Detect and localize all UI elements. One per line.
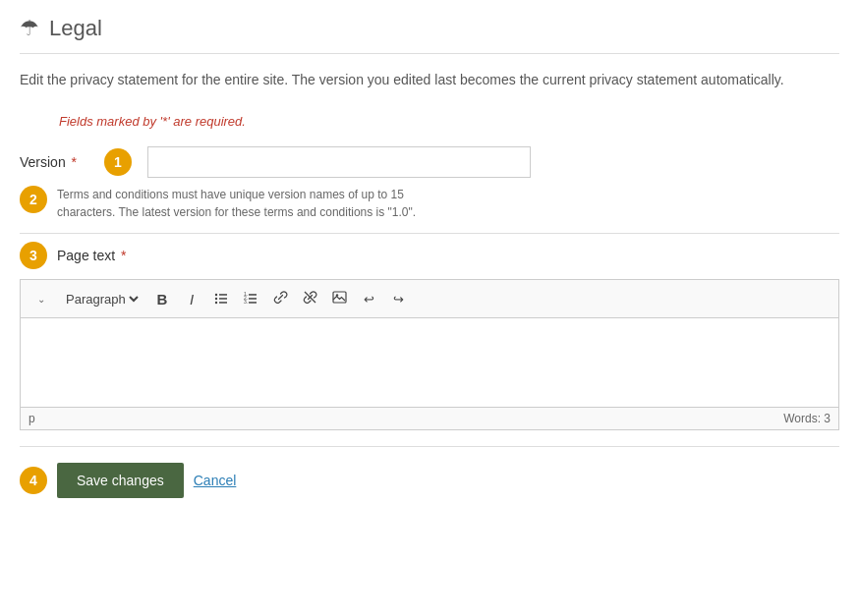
unordered-list-button[interactable] — [208, 286, 234, 311]
svg-point-4 — [215, 301, 217, 303]
svg-rect-3 — [219, 298, 227, 300]
italic-icon: I — [190, 291, 194, 308]
svg-rect-9 — [249, 298, 257, 300]
cancel-button[interactable]: Cancel — [194, 473, 237, 488]
editor-statusbar: p Words: 3 — [21, 407, 838, 429]
undo-button[interactable]: ↩ — [356, 286, 381, 311]
bold-icon: B — [157, 291, 168, 308]
unordered-list-icon — [214, 291, 228, 308]
link-icon — [273, 290, 288, 308]
word-count: Words: 3 — [783, 412, 830, 425]
page-text-label: Page text * — [57, 248, 127, 263]
image-icon — [332, 290, 347, 308]
svg-rect-5 — [219, 302, 227, 304]
footer-row: 4 Save changes Cancel — [20, 463, 839, 498]
svg-rect-1 — [219, 294, 227, 296]
svg-point-2 — [215, 297, 217, 299]
redo-button[interactable]: ↪ — [385, 286, 411, 311]
version-input[interactable] — [147, 146, 531, 178]
unlink-icon — [303, 290, 317, 308]
version-help-text: Terms and conditions must have unique ve… — [57, 186, 430, 221]
chevron-down-icon: ⌄ — [37, 294, 45, 305]
page-description: Edit the privacy statement for the entir… — [20, 70, 839, 90]
toolbar: ⌄ Paragraph Heading 1 Heading 2 Heading … — [21, 280, 838, 318]
page-text-section: 3 Page text * ⌄ Paragraph Heading 1 Head… — [20, 242, 839, 430]
version-label: Version * — [20, 154, 88, 170]
required-note: Fields marked by '*' are required. — [59, 114, 839, 129]
image-button[interactable] — [326, 286, 352, 311]
section-divider — [20, 446, 839, 447]
unlink-button[interactable] — [297, 286, 322, 311]
page-container: Legal Edit the privacy statement for the… — [0, 0, 859, 514]
umbrella-icon — [20, 16, 39, 41]
step-badge-2: 2 — [20, 186, 47, 213]
svg-point-0 — [215, 293, 217, 295]
bold-button[interactable]: B — [149, 286, 175, 311]
paragraph-dropdown[interactable]: Paragraph Heading 1 Heading 2 Heading 3 — [62, 291, 142, 308]
step-badge-4: 4 — [20, 467, 47, 494]
editor-area[interactable] — [21, 318, 838, 407]
svg-rect-7 — [249, 294, 257, 296]
redo-icon: ↪ — [393, 292, 404, 307]
editor-tag: p — [29, 412, 35, 425]
paragraph-select[interactable]: Paragraph Heading 1 Heading 2 Heading 3 — [58, 289, 145, 309]
page-title: Legal — [49, 16, 102, 41]
link-button[interactable] — [267, 286, 293, 311]
page-header: Legal — [20, 16, 839, 54]
italic-button[interactable]: I — [179, 286, 204, 311]
ordered-list-button[interactable]: 1. 2. 3. — [238, 286, 263, 311]
svg-text:3.: 3. — [244, 299, 248, 305]
save-button[interactable]: Save changes — [57, 463, 184, 498]
version-row: Version * 1 — [20, 146, 839, 178]
editor-wrapper: ⌄ Paragraph Heading 1 Heading 2 Heading … — [20, 279, 839, 430]
step-badge-1: 1 — [104, 148, 132, 176]
ordered-list-icon: 1. 2. 3. — [244, 291, 258, 308]
svg-rect-11 — [249, 302, 257, 304]
undo-icon: ↩ — [364, 292, 374, 307]
step-badge-3: 3 — [20, 242, 47, 269]
toolbar-chevron-btn[interactable]: ⌄ — [29, 286, 54, 311]
help-section: 2 Terms and conditions must have unique … — [20, 186, 839, 234]
section-header: 3 Page text * — [20, 242, 839, 269]
